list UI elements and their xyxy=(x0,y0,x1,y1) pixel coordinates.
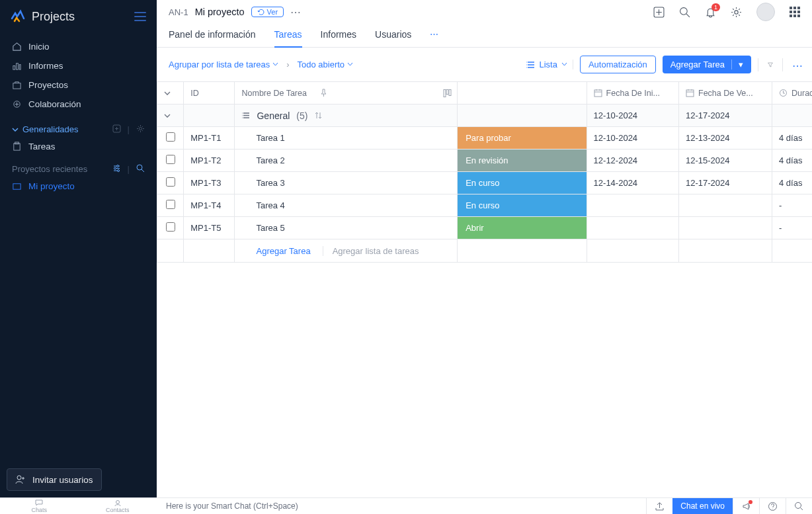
task-status[interactable]: Abrir xyxy=(458,217,587,239)
sidebar-item-tareas[interactable]: Tareas xyxy=(0,137,157,156)
task-start[interactable]: 12-12-2024 xyxy=(587,150,678,172)
task-start[interactable] xyxy=(587,217,678,239)
clock-icon xyxy=(779,89,788,97)
nav-informes[interactable]: Informes xyxy=(0,56,157,75)
more-icon[interactable]: ⋯ xyxy=(290,6,302,19)
group-name[interactable]: General (5) xyxy=(241,110,450,121)
kanban-icon[interactable] xyxy=(443,89,452,97)
apps-grid-icon[interactable] xyxy=(790,7,800,17)
tab-usuarios[interactable]: Usuarios xyxy=(375,25,411,47)
sort-icon[interactable] xyxy=(314,111,323,120)
app-logo[interactable]: Projects xyxy=(11,9,75,24)
row-checkbox[interactable] xyxy=(166,177,175,187)
group-by-select[interactable]: Agrupar por lista de tareas xyxy=(169,60,278,69)
task-start[interactable]: 12-10-2024 xyxy=(587,127,678,150)
chevron-down-icon[interactable]: ▾ xyxy=(731,60,743,69)
column-header-duration[interactable]: Duración xyxy=(772,82,812,105)
task-name[interactable]: Tarea 4 xyxy=(235,194,458,217)
task-id: MP1-T3 xyxy=(184,172,235,194)
sliders-icon[interactable] xyxy=(112,164,121,173)
section-generalidades[interactable]: Generalidades | xyxy=(12,124,145,134)
expand-all-toggle[interactable] xyxy=(157,82,184,105)
row-checkbox[interactable] xyxy=(166,200,175,209)
task-name[interactable]: Tarea 2 xyxy=(235,150,458,172)
smart-chat-input[interactable]: Here is your Smart Chat (Ctrl+Space) xyxy=(157,501,646,511)
ver-button[interactable]: Ver xyxy=(251,7,284,17)
task-due[interactable]: 12-15-2024 xyxy=(679,150,772,172)
plus-icon[interactable] xyxy=(112,124,121,133)
gear-icon[interactable] xyxy=(731,7,742,18)
tab-more-icon[interactable]: ⋯ xyxy=(430,25,438,47)
task-name[interactable]: Tarea 5 xyxy=(235,217,458,239)
table-row[interactable]: MP1-T5 Tarea 5 Abrir - Ninguno xyxy=(157,217,813,239)
collab-icon xyxy=(12,99,22,109)
task-name[interactable]: Tarea 3 xyxy=(235,172,458,194)
tab-tareas[interactable]: Tareas xyxy=(274,25,302,48)
task-status[interactable]: En curso xyxy=(458,194,587,217)
task-start[interactable] xyxy=(587,194,678,217)
row-checkbox[interactable] xyxy=(166,222,175,232)
task-due[interactable]: 12-13-2024 xyxy=(679,127,772,150)
task-duration: 4 días xyxy=(772,127,812,150)
svg-rect-19 xyxy=(446,89,448,94)
task-status[interactable]: En revisión xyxy=(458,150,587,172)
nav-inicio[interactable]: Inicio xyxy=(0,37,157,56)
announcement-icon[interactable] xyxy=(733,498,759,515)
row-checkbox[interactable] xyxy=(166,132,175,142)
plus-square-icon[interactable] xyxy=(653,7,665,18)
filter-icon[interactable] xyxy=(765,60,776,70)
gear-icon[interactable] xyxy=(136,124,145,133)
column-header-start[interactable]: Fecha De Ini... xyxy=(587,82,678,105)
avatar[interactable] xyxy=(756,3,775,21)
table-row[interactable]: MP1-T4 Tarea 4 En curso - Ninguno xyxy=(157,194,813,217)
tab-panel-de-información[interactable]: Panel de información xyxy=(169,25,256,47)
view-select[interactable]: Lista xyxy=(526,60,573,69)
task-due[interactable]: 12-17-2024 xyxy=(679,172,772,194)
svg-point-9 xyxy=(116,165,118,167)
nav-proyectos[interactable]: Proyectos xyxy=(0,75,157,95)
add-task-inline[interactable]: Agregar Tarea xyxy=(235,246,322,256)
task-due[interactable] xyxy=(679,194,772,217)
task-name[interactable]: Tarea 1 xyxy=(235,127,458,150)
table-row[interactable]: MP1-T3 Tarea 3 En curso 12-14-2024 12-17… xyxy=(157,172,813,194)
chat-tab-contacts[interactable]: Contacts xyxy=(79,499,157,513)
table-row[interactable]: MP1-T2 Tarea 2 En revisión 12-12-2024 12… xyxy=(157,150,813,172)
task-id: MP1-T4 xyxy=(184,194,235,217)
search-icon[interactable] xyxy=(679,7,690,18)
filter-status-select[interactable]: Todo abierto xyxy=(298,60,354,69)
live-chat-button[interactable]: Chat en vivo xyxy=(672,498,733,514)
chevron-down-icon xyxy=(347,62,353,67)
group-toggle[interactable] xyxy=(157,105,184,127)
more-icon[interactable]: ⋯ xyxy=(790,60,800,70)
automation-button[interactable]: Automatización xyxy=(580,56,656,73)
help-icon[interactable] xyxy=(759,498,786,515)
task-due[interactable] xyxy=(679,217,772,239)
chevron-right-icon: › xyxy=(286,60,289,69)
column-header-status[interactable] xyxy=(458,82,587,105)
project-name: Mi proyecto xyxy=(195,7,245,17)
task-duration: 4 días xyxy=(772,150,812,172)
main-content: AN-1 Mi proyecto Ver ⋯ 1 Panel xyxy=(157,0,812,497)
chevron-down-icon xyxy=(12,126,19,133)
search-icon[interactable] xyxy=(136,164,145,173)
invite-users-button[interactable]: Invitar usuarios xyxy=(7,468,102,491)
row-checkbox[interactable] xyxy=(166,155,175,164)
export-icon[interactable] xyxy=(646,498,672,515)
add-task-list-inline[interactable]: Agregar lista de tareas xyxy=(323,246,428,256)
column-header-due[interactable]: Fecha De Ve... xyxy=(679,82,772,105)
add-task-button[interactable]: Agregar Tarea ▾ xyxy=(663,56,751,73)
task-status[interactable]: Para probar xyxy=(458,127,587,150)
task-start[interactable]: 12-14-2024 xyxy=(587,172,678,194)
menu-toggle-icon[interactable] xyxy=(134,12,146,21)
column-header-name[interactable]: Nombre De Tarea xyxy=(235,82,458,105)
notifications-button[interactable]: 1 xyxy=(705,7,716,18)
column-header-id[interactable]: ID xyxy=(184,82,235,105)
chat-tab-chats[interactable]: Chats xyxy=(0,499,79,513)
nav-colaboracion[interactable]: Colaboración xyxy=(0,95,157,114)
task-status[interactable]: En curso xyxy=(458,172,587,194)
table-row[interactable]: MP1-T1 Tarea 1 Para probar 12-10-2024 12… xyxy=(157,127,813,150)
tab-informes[interactable]: Informes xyxy=(321,25,356,47)
zoom-icon[interactable] xyxy=(786,498,812,515)
svg-point-25 xyxy=(116,500,119,503)
recent-project-item[interactable]: Mi proyecto xyxy=(0,177,157,196)
